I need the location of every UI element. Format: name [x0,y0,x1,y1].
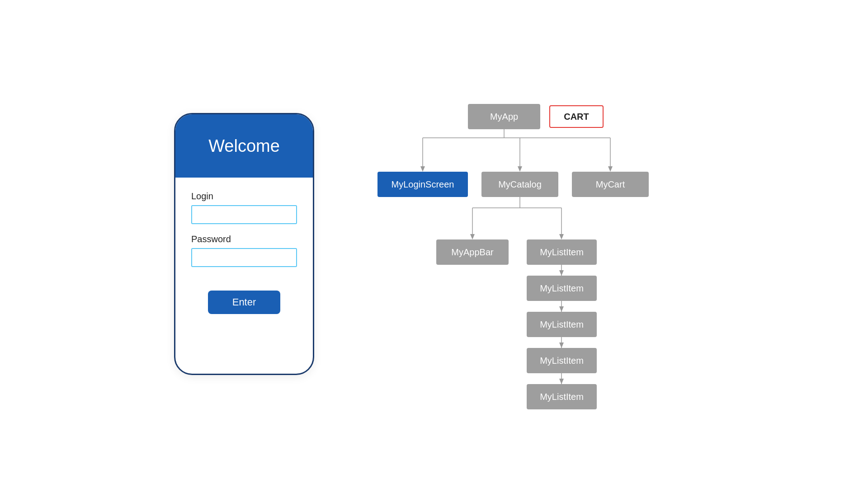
node-myapp: MyApp [468,104,540,129]
node-mylistitem-3: MyListItem [527,312,597,337]
login-label: Login [191,191,297,202]
phone-mockup: Welcome Login Password Enter [174,113,314,375]
node-mycatalog: MyCatalog [481,172,558,197]
node-mylistitem-2: MyListItem [527,276,597,301]
svg-marker-7 [608,166,613,172]
svg-marker-11 [470,234,475,239]
node-myloginscreen: MyLoginScreen [377,172,468,197]
main-container: Welcome Login Password Enter [0,0,868,488]
svg-marker-5 [518,166,522,172]
svg-marker-15 [559,270,564,276]
svg-marker-17 [559,306,564,312]
node-myappbar: MyAppBar [436,239,509,265]
node-mycart: MyCart [572,172,649,197]
login-input[interactable] [191,205,297,224]
svg-marker-19 [559,343,564,348]
tree-diagram: MyApp CART MyLoginScreen MyCatalog MyCar… [377,104,694,384]
phone-welcome-title: Welcome [208,136,280,156]
svg-marker-21 [559,379,564,384]
phone-body: Login Password Enter [175,178,313,374]
password-input[interactable] [191,248,297,267]
node-mylistitem-5: MyListItem [527,384,597,409]
node-cart: CART [549,105,604,128]
enter-button[interactable]: Enter [208,291,280,314]
node-mylistitem-1: MyListItem [527,239,597,265]
svg-marker-13 [559,234,564,239]
node-mylistitem-4: MyListItem [527,348,597,373]
svg-marker-3 [420,166,425,172]
password-label: Password [191,234,297,244]
phone-header: Welcome [175,114,313,178]
